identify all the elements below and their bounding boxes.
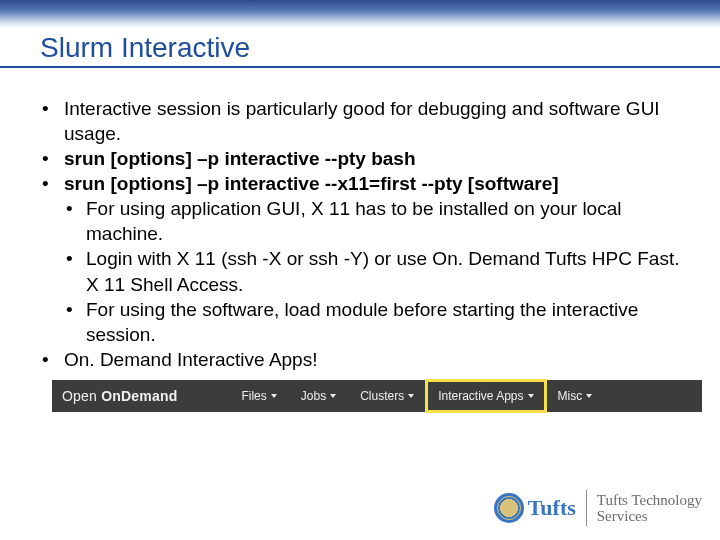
brand-bold: OnDemand — [101, 388, 177, 404]
menu-item-files[interactable]: Files — [229, 380, 288, 412]
menu-item-interactive-apps[interactable]: Interactive Apps — [426, 380, 545, 412]
bullet-item: •Interactive session is particularly goo… — [40, 96, 680, 146]
bullet-marker: • — [64, 297, 86, 347]
header-gradient — [0, 0, 720, 28]
menu-item-label: Jobs — [301, 389, 326, 403]
slide-title: Slurm Interactive — [40, 32, 720, 64]
sub-bullet-text: Login with X 11 (ssh -X or ssh -Y) or us… — [86, 246, 680, 296]
tufts-seal-icon — [494, 493, 524, 523]
bullet-text: Interactive session is particularly good… — [64, 96, 680, 146]
menu-item-label: Files — [241, 389, 266, 403]
ondemand-menubar: Open OnDemand FilesJobsClustersInteracti… — [52, 380, 702, 412]
bullet-text: On. Demand Interactive Apps! — [64, 347, 680, 372]
bullet-marker: • — [40, 96, 64, 146]
tufts-tech-services: Tufts Technology Services — [597, 492, 702, 525]
bullet-marker: • — [40, 347, 64, 372]
menu-item-jobs[interactable]: Jobs — [289, 380, 348, 412]
chevron-down-icon — [408, 394, 414, 398]
chevron-down-icon — [330, 394, 336, 398]
bullet-marker: • — [64, 246, 86, 296]
sub-bullet-item: •For using the software, load module bef… — [64, 297, 680, 347]
menu-item-label: Misc — [558, 389, 583, 403]
sub-bullet-item: •For using application GUI, X 11 has to … — [64, 196, 680, 246]
sub-bullet-list: •For using application GUI, X 11 has to … — [64, 196, 680, 346]
tufts-logo: Tufts — [494, 493, 576, 523]
bullet-marker: • — [64, 196, 86, 246]
footer: Tufts Tufts Technology Services — [494, 490, 702, 526]
slide-body: •Interactive session is particularly goo… — [0, 68, 720, 372]
bullet-item: •On. Demand Interactive Apps! — [40, 347, 680, 372]
bullet-item: •srun [options] –p interactive --x11=fir… — [40, 171, 680, 196]
tts-line2: Services — [597, 508, 702, 525]
menu-item-clusters[interactable]: Clusters — [348, 380, 426, 412]
bullet-marker: • — [40, 171, 64, 196]
title-bar: Slurm Interactive — [0, 32, 720, 68]
menu-item-label: Interactive Apps — [438, 389, 523, 403]
menu-item-label: Clusters — [360, 389, 404, 403]
chevron-down-icon — [528, 394, 534, 398]
brand-light: Open — [62, 388, 97, 404]
bullet-text: srun [options] –p interactive --pty bash — [64, 146, 680, 171]
bullet-marker: • — [40, 146, 64, 171]
tts-line1: Tufts Technology — [597, 492, 702, 509]
chevron-down-icon — [271, 394, 277, 398]
sub-bullet-item: •Login with X 11 (ssh -X or ssh -Y) or u… — [64, 246, 680, 296]
tufts-wordmark: Tufts — [528, 495, 576, 521]
chevron-down-icon — [586, 394, 592, 398]
footer-divider — [586, 490, 587, 526]
menu-item-misc[interactable]: Misc — [546, 380, 605, 412]
ondemand-brand: Open OnDemand — [52, 388, 191, 404]
sub-bullet-text: For using application GUI, X 11 has to b… — [86, 196, 680, 246]
sub-bullet-text: For using the software, load module befo… — [86, 297, 680, 347]
bullet-item: •srun [options] –p interactive --pty bas… — [40, 146, 680, 171]
bullet-text: srun [options] –p interactive --x11=firs… — [64, 171, 680, 196]
